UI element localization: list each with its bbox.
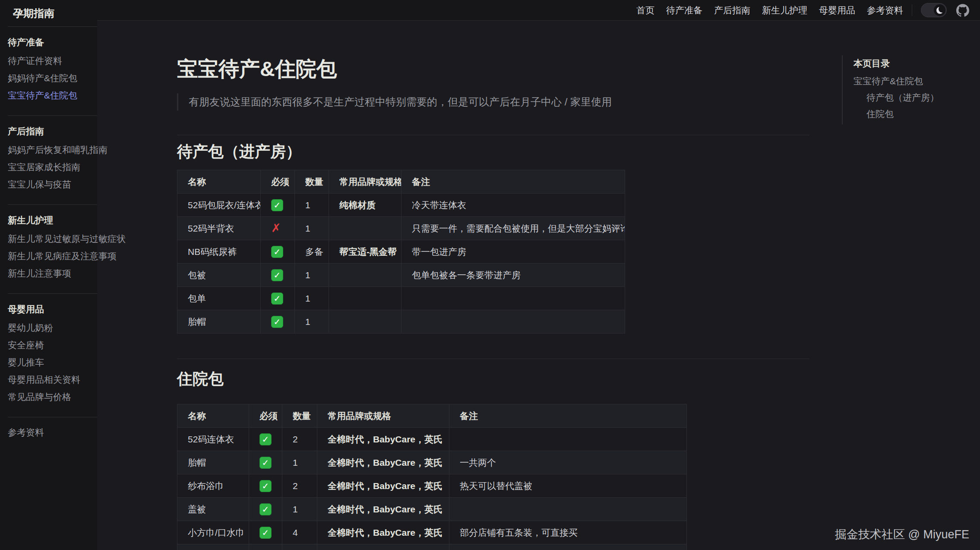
required-cell: ✓: [249, 428, 282, 451]
check-icon: ✓: [259, 433, 272, 445]
nav-links: 首页待产准备产后指南新生儿护理母婴用品参考资料: [636, 4, 903, 16]
note-cell: 冷天带连体衣: [401, 194, 625, 217]
brand-cell: 全棉时代，BabyCare，英氏: [317, 474, 449, 498]
section-hospital-bag: 住院包 名称必须数量常用品牌或规格备注 52码连体衣✓2全棉时代，BabyCar…: [177, 359, 809, 550]
table-row: 袜子?2纯棉材质新生宝宝脚不需要袜子，但是可以带，双 防小婴儿抓脸，绑在手上: [177, 544, 687, 550]
moon-icon: [936, 7, 943, 14]
watermark: 掘金技术社区 @ MiyueFE: [835, 527, 969, 542]
check-icon: ✓: [259, 527, 272, 539]
sidebar-item[interactable]: 婴幼儿奶粉: [8, 323, 95, 332]
sidebar-group-title: 母婴用品: [8, 304, 95, 315]
table-row: 胎帽✓1: [177, 310, 625, 334]
check-icon: ✓: [271, 246, 283, 258]
qty-cell: 2: [282, 428, 317, 451]
toc-item[interactable]: 待产包（进产房）: [866, 93, 974, 102]
note-cell: 新生宝宝脚不需要袜子，但是可以带，双 防小婴儿抓脸，绑在手上: [449, 544, 687, 550]
required-cell: ✗: [261, 217, 295, 240]
table-row: NB码纸尿裤✓多备帮宝适-黑金帮带一包进产房: [177, 240, 625, 264]
check-icon: ✓: [271, 199, 283, 211]
qty-cell: 1: [295, 264, 329, 287]
column-header: 备注: [449, 404, 687, 428]
item-name-cell: 52码半背衣: [177, 217, 261, 240]
column-header: 名称: [177, 404, 249, 428]
nav-link-0[interactable]: 首页: [636, 4, 654, 16]
required-cell: ✓: [249, 521, 282, 544]
table-row: 胎帽✓1全棉时代，BabyCare，英氏一共两个: [177, 451, 687, 474]
section-heading-hospital-bag: 住院包: [177, 359, 809, 387]
column-header: 备注: [401, 170, 625, 194]
required-cell: ?: [249, 544, 282, 550]
sidebar-item[interactable]: 宝宝居家成长指南: [8, 162, 95, 172]
check-icon: ✓: [259, 457, 272, 469]
github-icon: [956, 4, 969, 17]
brand-cell: 全棉时代，BabyCare，英氏: [317, 521, 449, 544]
brand-cell: [329, 264, 401, 287]
sidebar-item[interactable]: 妈妈产后恢复和哺乳指南: [8, 145, 95, 154]
note-cell: [449, 498, 687, 521]
sidebar-group-4: 参考资料: [8, 417, 97, 452]
note-cell: 带一包进产房: [401, 240, 625, 264]
sidebar-item[interactable]: 常见品牌与价格: [8, 392, 95, 401]
item-name-cell: 纱布浴巾: [177, 474, 249, 498]
table-row: 52码包屁衣/连体衣✓1纯棉材质冷天带连体衣: [177, 194, 625, 217]
note-cell: 热天可以替代盖被: [449, 474, 687, 498]
section-labor-bag: 待产包（进产房） 名称必须数量常用品牌或规格备注 52码包屁衣/连体衣✓1纯棉材…: [177, 135, 809, 334]
navbar: 首页待产准备产后指南新生儿护理母婴用品参考资料: [97, 0, 980, 21]
sidebar-item[interactable]: 新生儿常见过敏原与过敏症状: [8, 234, 95, 243]
theme-toggle[interactable]: [921, 3, 947, 17]
qty-cell: 1: [282, 451, 317, 474]
check-icon: ✓: [259, 480, 272, 492]
table-row: 包被✓1包单包被各一条要带进产房: [177, 264, 625, 287]
column-header: 名称: [177, 170, 261, 194]
nav-link-3[interactable]: 新生儿护理: [762, 4, 807, 16]
required-cell: ✓: [249, 474, 282, 498]
sidebar-item[interactable]: 妈妈待产&住院包: [8, 73, 95, 83]
toc-item[interactable]: 住院包: [866, 109, 974, 118]
toc-items: 宝宝待产&住院包待产包（进产房）住院包: [854, 76, 974, 118]
toc: 本页目录 宝宝待产&住院包待产包（进产房）住院包: [842, 55, 974, 124]
brand-cell: 帮宝适-黑金帮: [329, 240, 401, 264]
sidebar-item[interactable]: 新生儿常见病症及注意事项: [8, 251, 95, 261]
item-name-cell: 52码包屁衣/连体衣: [177, 194, 261, 217]
brand-cell: 全棉时代，BabyCare，英氏: [317, 498, 449, 521]
note-cell: 一共两个: [449, 451, 687, 474]
sidebar-item[interactable]: 新生儿注意事项: [8, 269, 95, 278]
required-cell: ✓: [249, 498, 282, 521]
brand-cell: 全棉时代，BabyCare，英氏: [317, 428, 449, 451]
required-cell: ✓: [261, 287, 295, 310]
sidebar-item[interactable]: 婴儿推车: [8, 358, 95, 367]
sidebar-item[interactable]: 待产证件资料: [8, 56, 95, 65]
item-name-cell: 小方巾/口水巾: [177, 521, 249, 544]
item-name-cell: 胎帽: [177, 451, 249, 474]
required-cell: ✓: [261, 264, 295, 287]
sidebar-group-0: 待产准备待产证件资料妈妈待产&住院包宝宝待产&住院包: [8, 27, 97, 116]
site-title: 孕期指南: [8, 0, 97, 27]
qty-cell: 多备: [295, 240, 329, 264]
note-cell: [401, 287, 625, 310]
labor-bag-table: 名称必须数量常用品牌或规格备注 52码包屁衣/连体衣✓1纯棉材质冷天带连体衣52…: [177, 170, 625, 334]
github-link[interactable]: [956, 4, 969, 17]
sidebar-item[interactable]: 宝宝待产&住院包: [8, 91, 95, 100]
check-icon: ✓: [271, 292, 283, 305]
column-header: 数量: [282, 404, 317, 428]
toc-title: 本页目录: [854, 59, 974, 68]
brand-cell: [329, 217, 401, 240]
required-cell: ✓: [249, 451, 282, 474]
nav-link-5[interactable]: 参考资料: [867, 4, 903, 16]
column-header: 常用品牌或规格: [329, 170, 401, 194]
nav-link-4[interactable]: 母婴用品: [819, 4, 855, 16]
brand-cell: [329, 287, 401, 310]
section-heading-labor-bag: 待产包（进产房）: [177, 135, 809, 159]
sidebar-item[interactable]: 母婴用品相关资料: [8, 375, 95, 384]
item-name-cell: 包单: [177, 287, 261, 310]
sidebar-item[interactable]: 安全座椅: [8, 340, 95, 350]
sidebar-item[interactable]: 宝宝儿保与疫苗: [8, 180, 95, 189]
nav-link-1[interactable]: 待产准备: [666, 4, 702, 16]
check-icon: ✓: [259, 503, 272, 515]
nav-link-2[interactable]: 产后指南: [714, 4, 750, 16]
note-cell: 部分店铺有五条装，可直接买: [449, 521, 687, 544]
sidebar-item[interactable]: 参考资料: [8, 428, 95, 437]
table-row: 小方巾/口水巾✓4全棉时代，BabyCare，英氏部分店铺有五条装，可直接买: [177, 521, 687, 544]
toc-item[interactable]: 宝宝待产&住院包: [854, 76, 974, 86]
sidebar-group-title: 待产准备: [8, 37, 95, 48]
